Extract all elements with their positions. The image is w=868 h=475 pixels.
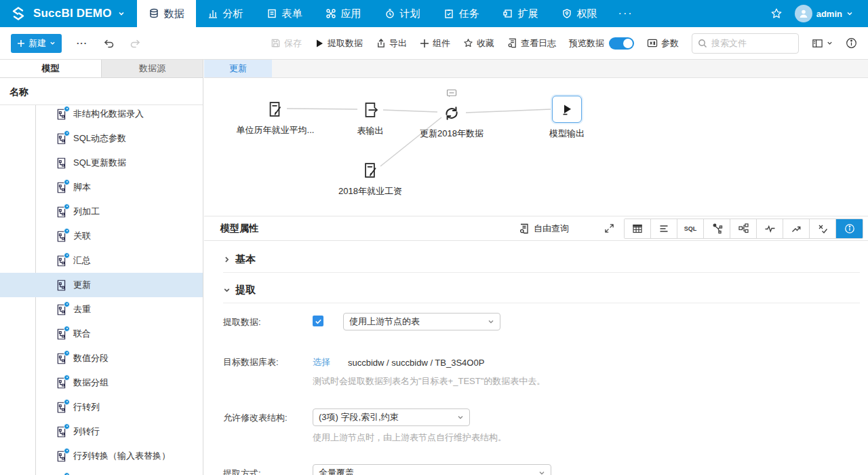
node-wage-2018[interactable]: 2018年就业工资 xyxy=(338,160,402,197)
sidebar-item-列转行[interactable]: 列转行 xyxy=(0,419,203,444)
name-column-header: 名称 xyxy=(0,78,203,105)
preview-badge-icon xyxy=(64,350,70,356)
sidebar-item-label: 脚本 xyxy=(73,181,91,193)
help-info-icon[interactable] xyxy=(846,37,857,49)
nav-item-data[interactable]: 数据 xyxy=(137,0,196,27)
sidebar-item-label: 数据分组 xyxy=(73,377,108,389)
section-extract[interactable]: 提取 xyxy=(223,280,860,300)
chevron-down-icon xyxy=(223,286,231,294)
view-logs-button[interactable]: 查看日志 xyxy=(507,37,556,50)
undo-icon[interactable] xyxy=(102,37,115,50)
nav-item-analysis[interactable]: 分析 xyxy=(196,0,255,27)
nav-item-tasks[interactable]: 任务 xyxy=(432,0,491,27)
free-query-button[interactable]: 自由查询 xyxy=(519,223,569,235)
model-file-icon xyxy=(56,254,67,267)
comment-bubble-icon xyxy=(446,89,457,99)
tab-datasource[interactable]: 数据源 xyxy=(102,60,203,77)
sidebar-item-行列转换（输入表替换）[interactable]: 行列转换（输入表替换） xyxy=(0,444,203,468)
sidebar-item[interactable] xyxy=(0,468,203,475)
doc-tab-update[interactable]: 更新 xyxy=(204,60,272,77)
brand[interactable]: SuccBI DEMO xyxy=(0,0,137,27)
preview-data-control: 预览数据 xyxy=(569,37,634,50)
nav-item-extensions[interactable]: 扩展 xyxy=(491,0,550,27)
sidebar-item-label: SQL更新数据 xyxy=(73,157,126,169)
alter-schema-select[interactable]: (3项) 字段,索引,约束 xyxy=(313,408,470,426)
expand-panel-icon[interactable] xyxy=(604,223,614,233)
node-label: 模型输出 xyxy=(549,128,585,140)
view-list-button[interactable] xyxy=(651,219,677,238)
preview-label: 预览数据 xyxy=(569,37,604,50)
tab-model[interactable]: 模型 xyxy=(0,60,102,77)
export-button[interactable]: 导出 xyxy=(376,37,407,50)
new-button[interactable]: 新建 xyxy=(11,34,62,53)
apps-icon xyxy=(326,8,336,19)
nav-item-forms[interactable]: 表单 xyxy=(255,0,314,27)
view-sql-button[interactable]: SQL xyxy=(677,219,704,238)
model-file-icon xyxy=(56,377,67,390)
node-model-output-selected[interactable]: 模型输出 xyxy=(549,96,585,140)
orgchart-icon xyxy=(738,223,749,234)
more-actions-button[interactable]: ··· xyxy=(77,38,87,48)
favorite-button[interactable]: 收藏 xyxy=(463,37,494,50)
doc-edit-icon xyxy=(266,99,285,119)
node-input-table[interactable]: 单位历年就业平均... xyxy=(237,99,315,136)
nav-more-button[interactable]: ··· xyxy=(609,0,643,27)
extract-data-checkbox[interactable] xyxy=(313,316,323,326)
search-input[interactable] xyxy=(711,38,786,48)
view-table-button[interactable] xyxy=(625,219,651,238)
extract-data-button[interactable]: 提取数据 xyxy=(315,37,363,50)
sidebar-item-label: 数值分段 xyxy=(73,352,108,364)
params-button[interactable]: 参数 xyxy=(647,37,679,50)
preview-badge-icon xyxy=(64,448,70,454)
nav-label: 数据 xyxy=(164,7,184,20)
save-button[interactable]: 保存 xyxy=(271,37,302,50)
view-info-button[interactable] xyxy=(836,219,863,238)
upstream-table-select[interactable]: 使用上游节点的表 xyxy=(343,313,500,330)
favorite-star-icon[interactable] xyxy=(770,7,783,20)
node-table-output[interactable]: 表输出 xyxy=(357,100,384,137)
flow-diagram-canvas[interactable]: 单位历年就业平均... 表输出 更新2018年数据 xyxy=(204,78,868,216)
field-label: 允许修改表结构: xyxy=(223,408,313,424)
sidebar-item-数值分段[interactable]: 数值分段 xyxy=(0,346,203,370)
view-orgchart-button[interactable] xyxy=(730,219,757,238)
preview-badge-icon xyxy=(64,228,70,234)
sidebar-item-非结构化数据录入[interactable]: 非结构化数据录入 xyxy=(0,105,203,126)
component-button[interactable]: 组件 xyxy=(420,37,450,50)
nav-item-permissions[interactable]: 权限 xyxy=(550,0,609,27)
nav-label: 分析 xyxy=(223,7,243,20)
preview-toggle[interactable] xyxy=(609,37,634,50)
sidebar-item-SQL更新数据[interactable]: SQL更新数据 xyxy=(0,151,203,175)
sidebar-item-列加工[interactable]: 列加工 xyxy=(0,200,203,224)
sidebar-item-SQL动态参数[interactable]: SQL动态参数 xyxy=(0,126,203,151)
sidebar-item-更新[interactable]: 更新 xyxy=(0,273,203,297)
view-pulse-button[interactable] xyxy=(757,219,783,238)
view-lineage-button[interactable] xyxy=(704,219,730,238)
nav-item-plans[interactable]: 计划 xyxy=(373,0,432,27)
node-label: 2018年就业工资 xyxy=(338,185,402,197)
node-update-2018[interactable]: 更新2018年数据 xyxy=(420,104,484,140)
preview-badge-icon xyxy=(64,179,70,185)
nav-label: 计划 xyxy=(400,7,420,20)
sidebar-item-行转列[interactable]: 行转列 xyxy=(0,395,203,419)
layout-switch-button[interactable] xyxy=(812,38,833,49)
sidebar-item-去重[interactable]: 去重 xyxy=(0,297,203,322)
choose-table-link[interactable]: 选择 xyxy=(313,356,330,368)
sidebar-item-联合[interactable]: 联合 xyxy=(0,322,203,346)
section-basic[interactable]: 基本 xyxy=(223,249,860,269)
sidebar-item-汇总[interactable]: 汇总 xyxy=(0,248,203,273)
field-label: 提取数据: xyxy=(223,313,313,328)
view-trend-button[interactable] xyxy=(783,219,810,238)
plus-icon xyxy=(420,39,429,48)
sidebar-item-label: 汇总 xyxy=(73,254,91,267)
extract-mode-select[interactable]: 全量覆盖 xyxy=(313,464,551,475)
sidebar-item-脚本[interactable]: 脚本 xyxy=(0,175,203,200)
view-validate-button[interactable] xyxy=(810,219,836,238)
model-file-icon xyxy=(56,181,67,194)
nav-item-apps[interactable]: 应用 xyxy=(314,0,373,27)
sidebar-item-数据分组[interactable]: 数据分组 xyxy=(0,370,203,395)
user-menu[interactable]: admin xyxy=(795,5,853,22)
preview-badge-icon xyxy=(64,106,70,112)
pulse-icon xyxy=(764,223,776,234)
redo-icon[interactable] xyxy=(130,37,142,50)
sidebar-item-关联[interactable]: 关联 xyxy=(0,224,203,248)
